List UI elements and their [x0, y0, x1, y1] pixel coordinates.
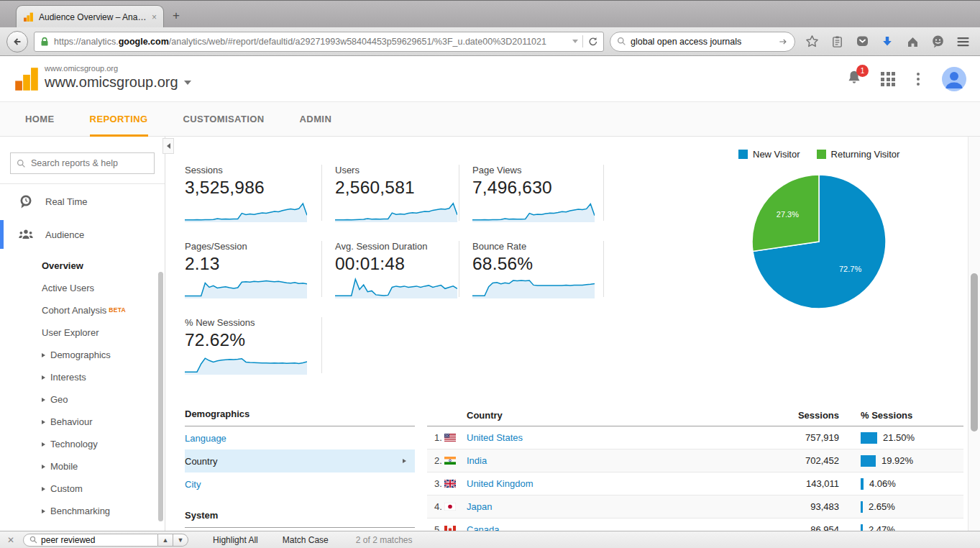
sidebar-item-overview[interactable]: Overview [42, 255, 165, 277]
flag-india-icon [444, 457, 467, 465]
account-avatar[interactable] [941, 66, 967, 92]
search-icon [29, 536, 37, 544]
account-property-small: www.omicsgroup.org [45, 64, 191, 73]
reload-icon[interactable] [587, 36, 598, 47]
tab-close-icon[interactable]: × [152, 13, 157, 22]
notifications-button[interactable]: 1 [846, 70, 862, 88]
expand-caret-icon [42, 398, 45, 402]
browser-toolbar: https://analytics.google.com/analytics/w… [0, 27, 980, 56]
sidebar-collapse-button[interactable] [162, 138, 174, 154]
match-case-button[interactable]: Match Case [283, 535, 329, 545]
country-link[interactable]: United States [467, 432, 523, 443]
ssl-lock-icon [40, 37, 50, 47]
sidebar-item-demographics[interactable]: Demographics [42, 344, 165, 366]
country-link[interactable]: India [467, 455, 487, 466]
expand-caret-icon [42, 353, 45, 357]
pocket-icon[interactable] [854, 34, 870, 50]
find-field[interactable] [23, 534, 158, 547]
ga-logo-icon [14, 67, 39, 91]
report-content: Sessions3,525,986 Users2,560,581 Page Vi… [165, 137, 980, 531]
real-time-icon [19, 194, 33, 209]
flag-japan-icon [444, 503, 467, 511]
account-selector[interactable]: www.omicsgroup.org www.omicsgroup.org [45, 64, 191, 91]
demographics-item-country[interactable]: Country [185, 449, 415, 472]
country-link[interactable]: Japan [467, 501, 492, 512]
page-views-sparkline [472, 201, 595, 222]
sidebar-scrollbar[interactable] [158, 272, 163, 521]
sidebar-item-real-time[interactable]: Real Time [0, 184, 165, 219]
url-dropdown-icon[interactable] [572, 40, 578, 43]
sidebar-item-geo[interactable]: Geo [42, 388, 165, 411]
find-input[interactable] [41, 535, 152, 545]
url-bar[interactable]: https://analytics.google.com/analytics/w… [34, 32, 604, 52]
sidebar-item-label: Real Time [45, 196, 88, 207]
search-go-arrow-icon[interactable] [778, 37, 788, 47]
sidebar-item-custom[interactable]: Custom [42, 478, 165, 500]
col-sessions: Sessions [767, 410, 839, 421]
sidebar-item-cohort-analysis[interactable]: Cohort AnalysisBETA [42, 299, 165, 321]
nav-tab-customisation[interactable]: CUSTOMISATION [183, 102, 265, 137]
tab-title: Audience Overview – Anal... [39, 12, 147, 22]
flag-united-states-icon [444, 434, 467, 442]
sidebar-search-input[interactable] [31, 158, 148, 168]
audience-people-icon [19, 229, 33, 240]
browser-search-input[interactable] [631, 37, 774, 47]
highlight-all-button[interactable]: Highlight All [213, 535, 258, 545]
avg-duration-sparkline [335, 277, 457, 298]
ga-favicon-icon [23, 12, 34, 22]
hello-smiley-icon[interactable] [930, 34, 945, 50]
table-row-india: 2. India 702,452 19.92% [427, 449, 963, 472]
metric-card-page-views: Page Views7,496,630 [459, 165, 604, 221]
scrollbar-thumb[interactable] [971, 273, 978, 431]
reading-list-icon[interactable] [829, 34, 845, 50]
sidebar-item-technology[interactable]: Technology [42, 433, 165, 455]
sidebar-item-user-explorer[interactable]: User Explorer [42, 321, 165, 344]
demographics-item-city[interactable]: City [185, 472, 415, 496]
sidebar-item-mobile[interactable]: Mobile [42, 455, 165, 478]
system-heading: System [185, 506, 415, 528]
expand-caret-icon [42, 442, 45, 447]
menu-hamburger-icon[interactable] [955, 34, 971, 50]
toolbar-icon-group [801, 34, 974, 50]
home-icon[interactable] [905, 34, 920, 50]
overview-metrics: Sessions3,525,986 Users2,560,581 Page Vi… [185, 165, 616, 393]
nav-tab-admin[interactable]: ADMIN [300, 102, 332, 137]
sidebar-item-benchmarking[interactable]: Benchmarking [42, 500, 165, 522]
pct-bar [861, 524, 863, 531]
col-pct-sessions: % Sessions [839, 410, 963, 421]
sessions-sparkline [185, 201, 307, 222]
country-link[interactable]: United Kingdom [467, 478, 533, 489]
report-sidebar: Real Time Audience Overview Active Users… [0, 137, 165, 531]
nav-tab-home[interactable]: HOME [25, 102, 55, 137]
url-text: https://analytics.google.com/analytics/w… [54, 37, 568, 47]
downloads-icon[interactable] [879, 34, 895, 50]
visitor-type-pie-chart[interactable]: 72.7%27.3% [736, 159, 902, 324]
bookmark-star-icon[interactable] [804, 34, 820, 50]
find-next-button[interactable]: ▼ [173, 534, 188, 547]
browser-tab[interactable]: Audience Overview – Anal... × [16, 5, 164, 28]
expand-caret-icon [42, 487, 45, 491]
findbar-close-icon[interactable]: ✕ [7, 535, 14, 545]
sidebar-search-box[interactable] [10, 152, 155, 174]
svg-text:27.3%: 27.3% [777, 210, 799, 219]
apps-grid-icon[interactable] [881, 72, 895, 86]
sidebar-item-interests[interactable]: Interests [42, 366, 165, 388]
back-button[interactable] [6, 31, 28, 52]
new-visitor-swatch [738, 150, 748, 159]
search-icon [617, 37, 626, 46]
demographics-item-language[interactable]: Language [185, 426, 415, 449]
account-caret-icon [184, 81, 191, 85]
nav-tab-reporting[interactable]: REPORTING [90, 102, 148, 137]
sidebar-item-behaviour[interactable]: Behaviour [42, 411, 165, 433]
overflow-menu-icon[interactable] [914, 73, 922, 86]
sidebar-item-audience[interactable]: Audience [0, 219, 165, 250]
sidebar-item-active-users[interactable]: Active Users [42, 277, 165, 299]
find-previous-button[interactable]: ▲ [158, 534, 173, 547]
flag-canada-icon [444, 526, 467, 531]
page-scrollbar[interactable] [968, 137, 980, 531]
new-sessions-sparkline [185, 353, 307, 375]
country-link[interactable]: Canada [467, 524, 500, 531]
browser-search-bar[interactable] [610, 32, 795, 52]
new-tab-button[interactable]: + [173, 9, 180, 22]
table-row-japan: 4. Japan 93,483 2.65% [427, 496, 963, 519]
